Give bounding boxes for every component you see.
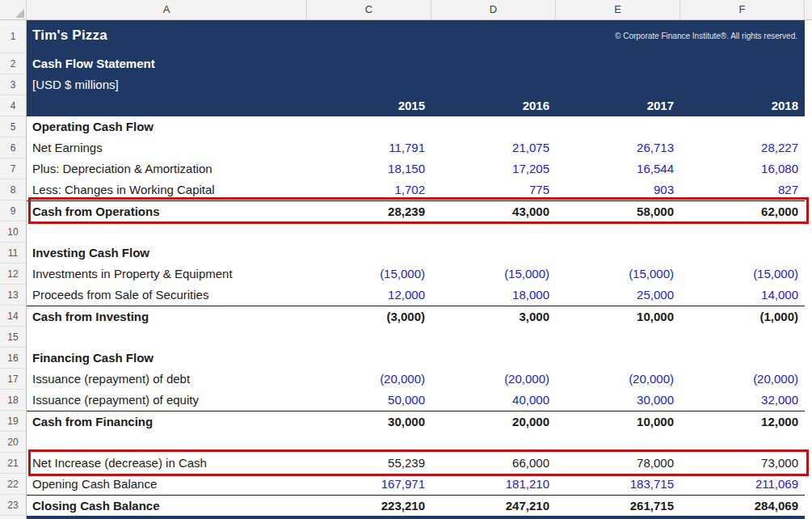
- year-cell-2015[interactable]: 2015: [307, 95, 431, 116]
- cell-C5-value[interactable]: [307, 116, 431, 137]
- row-header-10[interactable]: 10: [0, 222, 26, 243]
- cell-C23-value[interactable]: 223,210: [307, 496, 431, 516]
- cell-D17-value[interactable]: (20,000): [431, 369, 556, 390]
- units-label[interactable]: [USD $ millions]: [32, 74, 119, 95]
- cell-A23-label[interactable]: Closing Cash Balance: [27, 496, 307, 516]
- cell-E16-value[interactable]: [556, 348, 680, 369]
- cell-F12-value[interactable]: (15,000): [680, 264, 805, 285]
- row-header-16[interactable]: 16: [0, 348, 26, 369]
- cell-D14-value[interactable]: 3,000: [431, 306, 556, 327]
- row-header-7[interactable]: 7: [0, 158, 26, 179]
- company-title[interactable]: Tim's Pizza: [32, 27, 107, 44]
- cell-A12-label[interactable]: Investments in Property & Equipment: [27, 264, 307, 285]
- row-header-3[interactable]: 3: [0, 74, 26, 95]
- cell-E6-value[interactable]: 26,713: [556, 137, 680, 158]
- cell-D7-value[interactable]: 17,205: [431, 158, 556, 179]
- cell-A21-label[interactable]: Net Increase (decrease) in Cash: [27, 453, 307, 474]
- cell-D10-value[interactable]: [431, 222, 556, 243]
- cell-F8-value[interactable]: 827: [680, 179, 805, 200]
- statement-title[interactable]: Cash Flow Statement: [32, 53, 155, 74]
- cell-A19-label[interactable]: Cash from Financing: [27, 411, 307, 432]
- cell-A13-label[interactable]: Proceeds from Sale of Securities: [27, 285, 307, 306]
- cell-E14-value[interactable]: 10,000: [556, 306, 680, 327]
- cell-E23-value[interactable]: 261,715: [556, 496, 680, 516]
- cell-C22-value[interactable]: 167,971: [307, 474, 431, 495]
- cell-C6-value[interactable]: 11,791: [307, 137, 431, 158]
- year-cell-2016[interactable]: 2016: [431, 95, 556, 116]
- cell-A15-label[interactable]: [27, 327, 307, 348]
- cell-A6-label[interactable]: Net Earnings: [27, 137, 307, 158]
- row-header-13[interactable]: 13: [0, 285, 26, 306]
- cell-E20-value[interactable]: [556, 432, 680, 453]
- cell-E18-value[interactable]: 30,000: [556, 390, 680, 411]
- cell-E7-value[interactable]: 16,544: [556, 158, 680, 179]
- cell-A11-label[interactable]: Investing Cash Flow: [27, 243, 307, 264]
- row-header-11[interactable]: 11: [0, 243, 26, 264]
- cell-F22-value[interactable]: 211,069: [680, 474, 805, 495]
- cell-E15-value[interactable]: [556, 327, 680, 348]
- cell-A7-label[interactable]: Plus: Depreciation & Amortization: [27, 158, 307, 179]
- cell-C15-value[interactable]: [307, 327, 431, 348]
- cell-D20-value[interactable]: [431, 432, 556, 453]
- cell-A16-label[interactable]: Financing Cash Flow: [27, 348, 307, 369]
- cell-F15-value[interactable]: [680, 327, 805, 348]
- cell-C17-value[interactable]: (20,000): [307, 369, 431, 390]
- cell-D21-value[interactable]: 66,000: [431, 453, 556, 474]
- cell-C12-value[interactable]: (15,000): [307, 264, 431, 285]
- cell-D16-value[interactable]: [431, 348, 556, 369]
- cell-D23-value[interactable]: 247,210: [431, 496, 556, 516]
- row-header-15[interactable]: 15: [0, 327, 26, 348]
- cell-C8-value[interactable]: 1,702: [307, 179, 431, 200]
- cell-C9-value[interactable]: 28,239: [307, 201, 431, 222]
- cell-A18-label[interactable]: Issuance (repayment) of equity: [27, 390, 307, 411]
- cell-D12-value[interactable]: (15,000): [431, 264, 556, 285]
- cell-A22-label[interactable]: Opening Cash Balance: [27, 474, 307, 495]
- cell-F7-value[interactable]: 16,080: [680, 158, 805, 179]
- cell-F18-value[interactable]: 32,000: [680, 390, 805, 411]
- row-header-23[interactable]: 23: [0, 495, 26, 516]
- cell-D6-value[interactable]: 21,075: [431, 137, 556, 158]
- cell-D22-value[interactable]: 181,210: [431, 474, 556, 495]
- cell-F9-value[interactable]: 62,000: [680, 201, 805, 222]
- row-header-6[interactable]: 6: [0, 137, 26, 158]
- cell-F23-value[interactable]: 284,069: [680, 496, 805, 516]
- cell-C14-value[interactable]: (3,000): [307, 306, 431, 327]
- cell-D5-value[interactable]: [431, 116, 556, 137]
- cell-C21-value[interactable]: 55,239: [307, 453, 431, 474]
- row-header-20[interactable]: 20: [0, 432, 26, 453]
- row-header-21[interactable]: 21: [0, 453, 26, 474]
- row-header-19[interactable]: 19: [0, 411, 26, 432]
- cell-F10-value[interactable]: [680, 222, 805, 243]
- row-header-1[interactable]: 1: [0, 20, 26, 53]
- cell-D9-value[interactable]: 43,000: [431, 201, 556, 222]
- cell-C16-value[interactable]: [307, 348, 431, 369]
- year-cell-2018[interactable]: 2018: [680, 95, 805, 116]
- cell-A5-label[interactable]: Operating Cash Flow: [27, 116, 307, 137]
- cell-C18-value[interactable]: 50,000: [307, 390, 431, 411]
- cell-C11-value[interactable]: [307, 243, 431, 264]
- cell-F19-value[interactable]: 12,000: [680, 411, 805, 432]
- row-header-8[interactable]: 8: [0, 179, 26, 200]
- cell-E11-value[interactable]: [556, 243, 680, 264]
- row-header-14[interactable]: 14: [0, 306, 26, 327]
- cell-F14-value[interactable]: (1,000): [680, 306, 805, 327]
- cell-E5-value[interactable]: [556, 116, 680, 137]
- cell-F16-value[interactable]: [680, 348, 805, 369]
- cell-A9-label[interactable]: Cash from Operations: [27, 201, 307, 222]
- cell-F11-value[interactable]: [680, 243, 805, 264]
- cell-D8-value[interactable]: 775: [431, 179, 556, 200]
- row-header-5[interactable]: 5: [0, 116, 26, 137]
- cell-A14-label[interactable]: Cash from Investing: [27, 306, 307, 327]
- row-header-12[interactable]: 12: [0, 264, 26, 285]
- cell-D13-value[interactable]: 18,000: [431, 285, 556, 306]
- cell-C20-value[interactable]: [307, 432, 431, 453]
- cell-E19-value[interactable]: 10,000: [556, 411, 680, 432]
- cell-C13-value[interactable]: 12,000: [307, 285, 431, 306]
- cell-E13-value[interactable]: 25,000: [556, 285, 680, 306]
- cell-D18-value[interactable]: 40,000: [431, 390, 556, 411]
- cell-F13-value[interactable]: 14,000: [680, 285, 805, 306]
- row-header-22[interactable]: 22: [0, 474, 26, 495]
- cell-E17-value[interactable]: (20,000): [556, 369, 680, 390]
- cell-C19-value[interactable]: 30,000: [307, 411, 431, 432]
- cell-E9-value[interactable]: 58,000: [556, 201, 680, 222]
